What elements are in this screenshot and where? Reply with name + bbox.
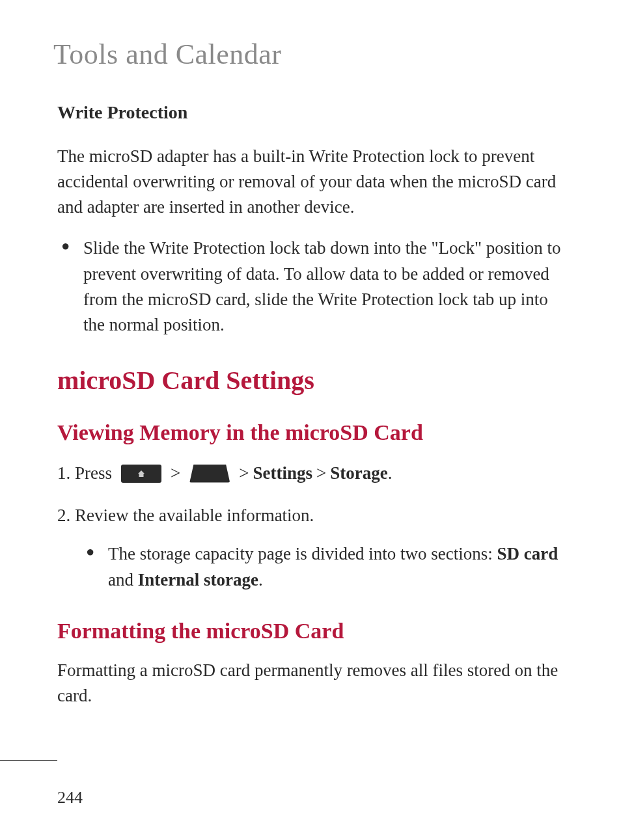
storage-label: Storage: [330, 459, 387, 487]
page-number: 244: [57, 788, 83, 807]
separator: >: [316, 459, 326, 487]
home-icon: [137, 470, 145, 478]
sub-bullet-pre: The storage capacity page is divided int…: [108, 544, 497, 563]
sub-bullet-mid: and: [108, 570, 138, 589]
formatting-paragraph: Formatting a microSD card permanently re…: [57, 658, 564, 709]
step1-prefix: 1. Press: [57, 459, 112, 487]
footer-divider: [0, 760, 57, 761]
internal-storage-label: Internal storage: [138, 570, 258, 589]
step-2-bullets: The storage capacity page is divided int…: [57, 541, 564, 592]
viewing-memory-heading: Viewing Memory in the microSD Card: [57, 420, 564, 445]
main-content: Write Protection The microSD adapter has…: [0, 71, 621, 709]
home-button-icon: [121, 465, 161, 483]
period: .: [388, 459, 393, 487]
write-protection-paragraph: The microSD adapter has a built-in Write…: [57, 144, 564, 220]
step-2: 2. Review the available information.: [57, 502, 564, 530]
sd-card-label: SD card: [497, 544, 559, 563]
page-title: Tools and Calendar: [0, 0, 621, 71]
formatting-heading: Formatting the microSD Card: [57, 619, 564, 644]
microsd-settings-heading: microSD Card Settings: [57, 365, 564, 396]
svg-rect-0: [206, 484, 213, 485]
list-item: Slide the Write Protection lock tab down…: [57, 236, 564, 338]
separator: >: [171, 459, 180, 487]
write-protection-bullets: Slide the Write Protection lock tab down…: [57, 236, 564, 338]
menu-icon: [206, 470, 213, 477]
settings-label: Settings: [253, 459, 312, 487]
write-protection-heading: Write Protection: [57, 102, 564, 123]
menu-button-icon: [189, 465, 230, 483]
svg-rect-1: [206, 486, 213, 487]
step-1: 1. Press > > Settings > Storage.: [57, 459, 564, 487]
separator: >: [239, 459, 249, 487]
sub-bullet-end: .: [258, 570, 263, 589]
svg-rect-2: [206, 489, 213, 490]
list-item: The storage capacity page is divided int…: [82, 541, 564, 592]
